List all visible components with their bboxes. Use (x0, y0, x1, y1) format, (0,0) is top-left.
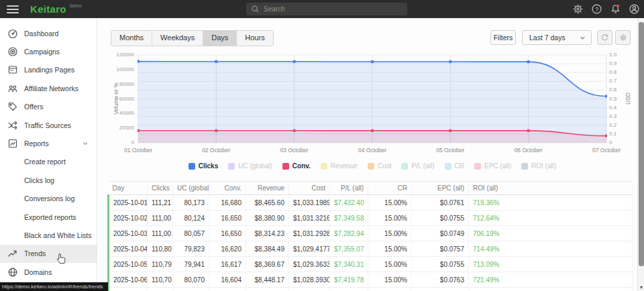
legend-item-cr[interactable]: CR (445, 162, 464, 170)
tab-months[interactable]: Months (111, 31, 152, 46)
column-header-revenue[interactable]: Revenue (246, 182, 289, 195)
sidebar-item-black-and-white-lists[interactable]: Black and White Lists (0, 226, 97, 244)
sidebar-item-conversions-log[interactable]: Conversions log (0, 190, 97, 208)
legend-item-clicks[interactable]: Clicks (189, 162, 218, 170)
sidebar-item-campaigns[interactable]: Campaigns (0, 42, 97, 60)
left-tick: 20000 (105, 125, 134, 131)
hamburger-menu-icon[interactable] (7, 5, 19, 13)
sidebar-item-reports[interactable]: Reports (0, 134, 97, 152)
cell: 2025-10-06 (109, 272, 148, 288)
domains-icon (7, 267, 18, 278)
search-icon (251, 5, 260, 13)
legend-label: ROI (all) (531, 162, 556, 170)
scrollbar-down-arrow[interactable]: ▼ (639, 285, 644, 290)
traffic-sources-icon (7, 120, 18, 131)
notifications-bell-icon[interactable] (610, 3, 621, 15)
legend-item-epc-all[interactable]: EPC (all) (474, 162, 511, 170)
table-row: 2025-10-06110,7080,07016,604$8,448.17$1,… (109, 272, 633, 288)
offers-icon (7, 101, 18, 112)
cell: 721.49% (469, 272, 633, 288)
sidebar-item-label: Campaigns (24, 48, 60, 56)
legend-swatch (321, 163, 327, 170)
column-header-day[interactable]: Day (109, 182, 148, 195)
chart-settings-button[interactable] (615, 30, 631, 45)
date-range-select[interactable]: Last 7 days (522, 30, 592, 45)
sidebar-item-label: Offers (24, 103, 43, 111)
scrollbar-thumb[interactable] (639, 22, 644, 266)
sidebar-item-label: Clicks log (24, 176, 54, 184)
sidebar-item-label: Domains (24, 268, 52, 276)
table-header-row: DayClicksUC (global)Conv.RevenueCostP/L … (109, 182, 633, 195)
right-tick: 0.5 (609, 97, 616, 102)
column-header-epc-all[interactable]: EPC (all) (412, 182, 469, 195)
legend-swatch (228, 163, 235, 170)
search-input[interactable] (264, 5, 407, 13)
legend-item-p-l-all[interactable]: P/L (all) (401, 162, 434, 170)
chart-legend: ClicksUC (global)Conv.RevenueCostP/L (al… (138, 162, 607, 170)
sidebar-item-create-report[interactable]: Create report (0, 153, 97, 171)
cell: 706.19% (469, 226, 633, 241)
column-header-conv[interactable]: Conv. (209, 182, 246, 195)
help-icon[interactable]: ? (591, 3, 602, 15)
sidebar-item-clicks-log[interactable]: Clicks log (0, 171, 97, 189)
filters-button[interactable]: Filters (490, 30, 516, 45)
cell: $7,432.40 (330, 195, 368, 211)
sidebar-item-landings-pages[interactable]: Landings Pages (0, 61, 97, 79)
right-tick: 0.1 (609, 131, 616, 137)
cell: $0.0749 (412, 226, 469, 241)
column-header-p-l-all[interactable]: P/L (all) (330, 182, 368, 195)
x-axis-label: 05 October (436, 147, 464, 154)
app-logo[interactable]: Keitaro (30, 3, 66, 15)
legend-item-conv[interactable]: Conv. (282, 162, 311, 170)
right-tick: 0.9 (609, 61, 616, 66)
campaigns-icon (7, 46, 18, 57)
cell: $1,031.3216 (289, 211, 330, 226)
sidebar-item-traffic-sources[interactable]: Traffic Sources (0, 116, 97, 134)
cell: 80,057 (173, 226, 209, 241)
cell: 712.64% (469, 211, 633, 226)
cell: 717.07% (469, 288, 633, 291)
cell: 15.00% (368, 226, 412, 241)
cell: $4,836.12 (246, 288, 289, 291)
cell: 110,70 (148, 272, 173, 288)
column-header-roi-all[interactable]: ROI (all) (469, 182, 633, 195)
column-header-clicks[interactable]: Clicks (148, 182, 173, 195)
legend-label: Conv. (292, 162, 311, 170)
legend-item-revenue[interactable]: Revenue (321, 162, 358, 170)
x-axis-label: 03 October (280, 147, 309, 154)
legend-label: P/L (all) (411, 162, 434, 170)
legend-item-cost[interactable]: Cost (368, 162, 392, 170)
sidebar-item-exported-reports[interactable]: Exported reports (0, 208, 97, 226)
x-axis-label: 07 October (592, 147, 621, 154)
cell: 16,650 (209, 211, 246, 226)
x-axis-label: 02 October (202, 147, 230, 154)
cell: 80,173 (173, 195, 209, 211)
legend-item-roi-all[interactable]: ROI (all) (521, 162, 556, 170)
tab-days[interactable]: Days (203, 31, 237, 46)
refresh-icon (600, 34, 609, 42)
column-header-cost[interactable]: Cost (289, 182, 330, 195)
trends-table: DayClicksUC (global)Conv.RevenueCostP/L … (107, 181, 633, 291)
sidebar-item-affiliate-networks[interactable]: Affiliate Networks (0, 79, 97, 97)
sidebar-item-offers[interactable]: Offers (0, 98, 97, 116)
legend-label: Cost (378, 162, 392, 170)
legend-item-uc-global[interactable]: UC (global) (228, 162, 272, 170)
table-row: 2025-10-04110,8079,82316,620$8,384.49$1,… (109, 241, 633, 257)
column-header-uc-global[interactable]: UC (global) (173, 182, 209, 195)
tab-hours[interactable]: Hours (237, 31, 272, 46)
cell: 713.09% (469, 257, 633, 272)
tab-weekdays[interactable]: Weekdays (152, 31, 203, 46)
sidebar-item-domains[interactable]: Domains (0, 263, 97, 281)
sidebar-item-dashboard[interactable]: Dashboard (0, 24, 97, 42)
cell: $7,355.07 (330, 241, 368, 257)
column-header-cr[interactable]: CR (368, 182, 412, 195)
cell: $1,029.4177 (289, 241, 330, 257)
cell: 2025-10-03 (109, 226, 148, 241)
legend-label: Revenue (331, 162, 358, 170)
settings-icon[interactable] (572, 3, 584, 15)
table-row: 2025-10-01111,2180,17316,680$8,465.60$1,… (109, 195, 633, 211)
account-icon[interactable] (629, 3, 640, 15)
refresh-button[interactable] (597, 30, 612, 45)
sidebar-item-trends[interactable]: Trends (0, 245, 97, 263)
right-tick: 0.6 (609, 87, 616, 93)
